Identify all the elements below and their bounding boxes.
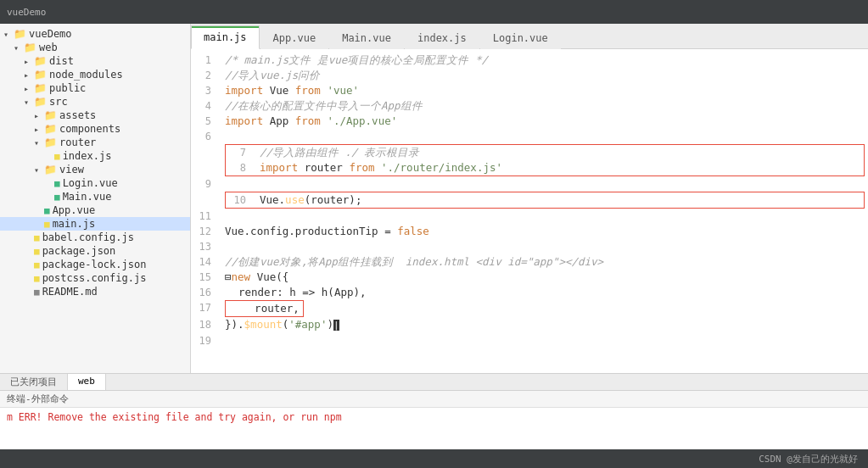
tree-label: assets — [59, 109, 96, 121]
line-number: 12 — [191, 224, 218, 239]
line-content: //导入vue.js问价 — [218, 68, 868, 83]
file-icon: ■ — [34, 287, 40, 298]
code-line-16: 16render: h => h(App), — [191, 285, 868, 300]
main-layout: ▾📁vueDemo▾📁web▸📁dist▸📁node_modules▸📁publ… — [0, 24, 868, 373]
line-number: 6 — [191, 129, 218, 144]
tree-label: Login.vue — [63, 177, 118, 189]
sidebar-item-main_js[interactable]: ■main.js — [0, 217, 190, 231]
line-number: 17 — [191, 300, 218, 315]
folder-icon: 📁 — [14, 28, 26, 40]
tab-label: Login.vue — [493, 32, 548, 44]
file-icon: ■ — [34, 259, 40, 270]
tree-arrow: ▾ — [34, 138, 44, 148]
sidebar-item-Login_vue[interactable]: ■Login.vue — [0, 176, 190, 190]
tab-Main_vue[interactable]: Main.vue — [329, 25, 404, 49]
line-content: /* main.js文件 是vue项目的核心全局配置文件 */ — [218, 53, 868, 68]
folder-icon: 📁 — [34, 55, 47, 67]
sidebar-item-assets[interactable]: ▸📁assets — [0, 109, 190, 122]
bottom-tab-已关闭项目[interactable]: 已关闭项目 — [0, 374, 68, 390]
sidebar-item-vueDemo[interactable]: ▾📁vueDemo — [0, 27, 190, 41]
sidebar-item-babel_config[interactable]: ■babel.config.js — [0, 231, 190, 244]
line-content: ⊟new Vue({ — [218, 270, 868, 285]
folder-icon: 📁 — [34, 96, 47, 108]
editor-area: main.jsApp.vueMain.vueindex.jsLogin.vue … — [191, 24, 868, 373]
line-content: import App from './App.vue' — [218, 114, 868, 129]
sidebar-item-postcss_config[interactable]: ■postcss.config.js — [0, 271, 190, 285]
tab-App_vue[interactable]: App.vue — [260, 25, 329, 49]
tab-Login_vue[interactable]: Login.vue — [480, 25, 561, 49]
tab-label: index.js — [417, 32, 467, 44]
tab-main_js[interactable]: main.js — [191, 25, 260, 49]
code-line-12: 12Vue.config.productionTip = false — [191, 224, 868, 239]
tree-arrow: ▾ — [3, 30, 14, 39]
file-icon: ■ — [44, 219, 50, 230]
sidebar-item-public[interactable]: ▸📁public — [0, 81, 190, 95]
tree-arrow: ▸ — [34, 125, 44, 134]
sidebar-item-src[interactable]: ▾📁src — [0, 95, 190, 109]
status-bar: CSDN @发自己的光就好 — [0, 449, 868, 468]
line-number: 8 — [226, 160, 253, 176]
bottom-tabs-bar: 已关闭项目web — [0, 374, 868, 391]
code-line-1: 1/* main.js文件 是vue项目的核心全局配置文件 */ — [191, 53, 868, 68]
code-line-3: 3import Vue from 'vue' — [191, 83, 868, 98]
sidebar-item-node_modules[interactable]: ▸📁node_modules — [0, 68, 190, 81]
tree-label: README.md — [42, 286, 98, 298]
sidebar-item-dist[interactable]: ▸📁dist — [0, 54, 190, 68]
sidebar-item-view[interactable]: ▾📁view — [0, 163, 190, 176]
tree-label: postcss.config.js — [42, 272, 147, 284]
sidebar-item-package_lock_json[interactable]: ■package-lock.json — [0, 258, 190, 271]
sidebar-item-index_js[interactable]: ■index.js — [0, 149, 190, 163]
tree-label: web — [39, 42, 58, 53]
tree-arrow: ▸ — [24, 70, 34, 80]
line-content: import Vue from 'vue' — [218, 83, 868, 98]
line-number: 2 — [191, 68, 218, 83]
tab-index_js[interactable]: index.js — [405, 25, 479, 49]
line-number: 11 — [191, 209, 218, 224]
bottom-tab-web[interactable]: web — [68, 374, 106, 390]
folder-icon: 📁 — [44, 123, 57, 135]
file-icon: ■ — [44, 205, 50, 216]
folder-icon: 📁 — [24, 42, 36, 53]
code-line-15: 15⊟new Vue({ — [191, 270, 868, 285]
folder-icon: 📁 — [34, 82, 47, 94]
line-number: 18 — [191, 317, 218, 332]
line-number: 5 — [191, 114, 218, 129]
tree-spacer — [24, 287, 34, 297]
code-line-17: 17 router, — [191, 300, 868, 317]
code-line-10: 10Vue.use(router); — [226, 192, 864, 208]
tree-label: components — [59, 123, 120, 135]
terminal-error-line: m ERR! Remove the existing file and try … — [7, 411, 861, 423]
sidebar: ▾📁vueDemo▾📁web▸📁dist▸📁node_modules▸📁publ… — [0, 24, 191, 373]
line-number: 15 — [191, 270, 218, 285]
terminal-label: 终端-外部命令 — [0, 391, 868, 408]
code-editor[interactable]: 1/* main.js文件 是vue项目的核心全局配置文件 */2//导入vue… — [191, 49, 868, 373]
tree-spacer — [34, 206, 44, 215]
tree-spacer — [24, 247, 34, 256]
file-icon: ■ — [54, 151, 60, 162]
sidebar-item-router[interactable]: ▾📁router — [0, 136, 190, 149]
tree-label: router — [59, 136, 96, 148]
code-line-7: 7//导入路由组件 ./ 表示根目录 — [226, 145, 864, 160]
sidebar-item-package_json[interactable]: ■package.json — [0, 244, 190, 258]
code-line-5: 5import App from './App.vue' — [191, 114, 868, 129]
line-content: //创建vue对象,将App组件挂载到 index.html <div id="… — [218, 254, 868, 270]
sidebar-item-App_vue[interactable]: ■App.vue — [0, 203, 190, 217]
status-right: CSDN @发自己的光就好 — [759, 453, 858, 465]
line-number: 9 — [191, 176, 218, 192]
sidebar-item-README_md[interactable]: ■README.md — [0, 285, 190, 298]
top-bar: vueDemo — [0, 0, 868, 24]
line-number: 10 — [226, 192, 253, 208]
line-number: 16 — [191, 285, 218, 300]
folder-icon: 📁 — [44, 136, 57, 148]
line-content: import router from './router/index.js' — [253, 160, 864, 176]
tree-label: App.vue — [53, 204, 96, 216]
line-content: router, — [218, 300, 868, 317]
sidebar-item-web[interactable]: ▾📁web — [0, 41, 190, 54]
tree-label: index.js — [63, 150, 112, 162]
tree-arrow: ▸ — [24, 84, 34, 93]
tabs-bar: main.jsApp.vueMain.vueindex.jsLogin.vue — [191, 24, 868, 49]
sidebar-item-components[interactable]: ▸📁components — [0, 122, 190, 136]
sidebar-item-Main_vue[interactable]: ■Main.vue — [0, 190, 190, 203]
tree-arrow: ▾ — [24, 98, 34, 107]
line-number: 7 — [226, 145, 253, 160]
